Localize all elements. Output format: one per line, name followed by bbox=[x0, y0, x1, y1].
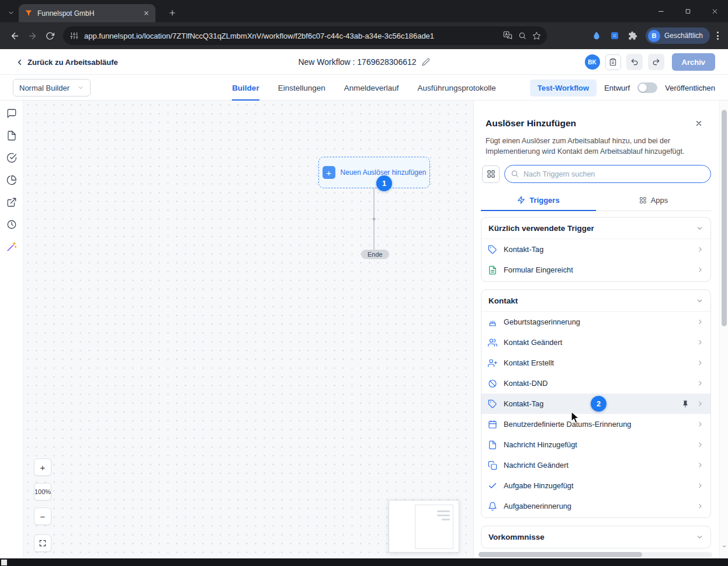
test-workflow-button[interactable]: Test-Workflow bbox=[530, 80, 597, 96]
section-header[interactable]: Vorkommnisse bbox=[481, 526, 710, 548]
trigger-item-kontakt-dnd[interactable]: Kontakt-DND bbox=[481, 373, 710, 394]
extension-drop-icon[interactable] bbox=[592, 31, 601, 40]
vertical-scrollbar[interactable] bbox=[719, 101, 728, 558]
history-icon[interactable] bbox=[6, 219, 18, 230]
pin-icon[interactable] bbox=[681, 400, 689, 408]
trigger-item-geburtstagserinnerung[interactable]: Geburtstagserinnerung bbox=[481, 312, 710, 332]
tab-anmeldeverlauf[interactable]: Anmeldeverlauf bbox=[344, 75, 399, 101]
window-close-icon[interactable] bbox=[701, 0, 728, 22]
archive-button[interactable]: Archiv bbox=[672, 53, 715, 71]
apps-grid-icon bbox=[639, 196, 647, 204]
browser-back-icon[interactable] bbox=[6, 27, 23, 44]
browser-toolbar: app.funnelspot.io/location/7ZTlfNccQ31qZ… bbox=[0, 22, 728, 49]
trigger-item-kontakt-geaendert[interactable]: Kontakt Geändert bbox=[481, 332, 710, 353]
url-text[interactable]: app.funnelspot.io/location/7ZTlfNccQ31qZ… bbox=[84, 32, 497, 40]
check-circle-icon[interactable] bbox=[6, 152, 18, 164]
section-title: Kürzlich verwendete Trigger bbox=[488, 224, 594, 233]
browser-profile-chip[interactable]: B Geschäftlich bbox=[646, 27, 710, 44]
stats-pie-icon[interactable] bbox=[6, 174, 18, 186]
user-avatar[interactable]: BK bbox=[585, 54, 600, 70]
translate-icon[interactable] bbox=[503, 31, 512, 40]
extension-doc-icon[interactable] bbox=[610, 31, 619, 40]
external-link-icon[interactable] bbox=[6, 196, 18, 208]
message-changed-icon bbox=[488, 461, 497, 470]
mouse-cursor bbox=[571, 411, 582, 424]
trigger-item-kontakt-tag-highlighted[interactable]: Kontakt-Tag 2 bbox=[481, 394, 710, 414]
panel-close-icon[interactable] bbox=[695, 119, 703, 127]
extensions-puzzle-icon[interactable] bbox=[628, 31, 637, 40]
trigger-item-aufgabe-hinzugefuegt[interactable]: Aufgabe Hinzugefügt bbox=[481, 475, 710, 496]
add-trigger-node[interactable]: + Neuen Auslöser hinzufügen bbox=[318, 157, 430, 188]
main-area: + Neuen Auslöser hinzufügen 1 + Ende + 1… bbox=[0, 101, 728, 558]
task-reminder-icon bbox=[488, 502, 497, 511]
zoom-in-button[interactable]: + bbox=[34, 458, 51, 476]
redo-button[interactable] bbox=[648, 54, 664, 70]
trigger-item-kontakt-tag[interactable]: Kontakt-Tag bbox=[481, 239, 710, 260]
left-icon-rail bbox=[0, 101, 23, 558]
tab-einstellungen[interactable]: Einstellungen bbox=[278, 75, 325, 101]
site-settings-icon[interactable] bbox=[70, 32, 78, 40]
browser-tab[interactable]: Funnelspot GmbH bbox=[19, 4, 155, 22]
new-tab-button[interactable] bbox=[165, 5, 180, 20]
trigger-item-nachricht-geaendert[interactable]: Nachricht Geändert bbox=[481, 455, 710, 475]
trigger-item-nachricht-hinzugefuegt[interactable]: Nachricht Hinzugefügt bbox=[481, 434, 710, 455]
chevron-down-icon bbox=[696, 225, 703, 232]
scrollbar-thumb[interactable] bbox=[479, 552, 642, 557]
edit-title-icon[interactable] bbox=[422, 58, 430, 66]
connector-add-icon[interactable]: + bbox=[369, 214, 379, 223]
app-header: Zurück zu Arbeitsabläufe New Workflow : … bbox=[0, 49, 728, 75]
trigger-item-label: Kontakt Geändert bbox=[504, 338, 690, 347]
minimap-page bbox=[415, 505, 453, 549]
toggle-knob bbox=[639, 84, 647, 92]
search-icon bbox=[511, 170, 519, 178]
fullscreen-button[interactable] bbox=[34, 534, 51, 552]
contact-created-icon bbox=[488, 358, 497, 368]
zoom-out-button[interactable]: − bbox=[34, 508, 51, 525]
zoom-level: 100% bbox=[34, 483, 51, 501]
tab-ausfuehrungsprotokolle[interactable]: Ausführungsprotokolle bbox=[418, 75, 496, 101]
undo-button[interactable] bbox=[626, 54, 643, 70]
trigger-search-input[interactable] bbox=[504, 165, 711, 183]
ai-wand-icon[interactable] bbox=[6, 241, 18, 253]
trigger-item-datums-erinnerung[interactable]: Benutzerdefinierte Datums-Erinnerung bbox=[481, 414, 710, 434]
chevron-right-icon bbox=[696, 379, 704, 387]
panel-description: Fügt einen Auslöser zum Arbeitsablauf hi… bbox=[486, 136, 708, 157]
tab-search-button[interactable] bbox=[5, 7, 18, 18]
file-icon[interactable] bbox=[6, 130, 18, 142]
address-bar[interactable]: app.funnelspot.io/location/7ZTlfNccQ31qZ… bbox=[63, 26, 547, 45]
section-header[interactable]: Kürzlich verwendete Trigger bbox=[481, 218, 710, 239]
tab-apps[interactable]: Apps bbox=[596, 190, 711, 211]
trigger-item-label: Kontakt-Tag bbox=[504, 399, 675, 408]
sub-header: Normal Builder Builder Einstellungen Anm… bbox=[0, 75, 728, 101]
scrollbar-thumb[interactable] bbox=[722, 110, 727, 326]
trigger-item-label: Aufgabe Hinzugefügt bbox=[504, 481, 690, 490]
notes-button[interactable] bbox=[605, 54, 621, 70]
publish-toggle[interactable] bbox=[637, 82, 657, 93]
bookmark-star-icon[interactable] bbox=[532, 32, 541, 40]
category-grid-button[interactable] bbox=[482, 165, 500, 183]
tab-builder[interactable]: Builder bbox=[232, 75, 259, 101]
tag-icon bbox=[488, 245, 497, 254]
window-maximize-icon[interactable] bbox=[674, 0, 701, 22]
workflow-title: New Workflow : 1769628306612 bbox=[298, 57, 416, 67]
chevron-right-icon bbox=[696, 441, 704, 448]
profile-name: Geschäftlich bbox=[664, 32, 703, 40]
zoom-search-icon[interactable] bbox=[518, 32, 526, 40]
canvas-minimap[interactable] bbox=[389, 500, 459, 553]
section-vorkommnisse: Vorkommnisse bbox=[481, 526, 711, 548]
browser-forward-icon[interactable] bbox=[23, 27, 41, 44]
contact-changed-icon bbox=[488, 338, 497, 347]
browser-reload-icon[interactable] bbox=[41, 27, 58, 44]
trigger-item-kontakt-erstellt[interactable]: Kontakt Erstellt bbox=[481, 353, 710, 373]
panel-tabs: Triggers Apps bbox=[481, 190, 711, 211]
trigger-item-aufgabenerinnerung[interactable]: Aufgabenerinnerung bbox=[481, 496, 710, 516]
tab-close-icon[interactable] bbox=[141, 9, 151, 18]
chat-icon[interactable] bbox=[6, 108, 18, 119]
window-minimize-icon[interactable] bbox=[647, 0, 674, 22]
trigger-item-formular-eingereicht[interactable]: Formular Eingereicht bbox=[481, 260, 710, 280]
workflow-canvas[interactable]: + Neuen Auslöser hinzufügen 1 + Ende + 1… bbox=[23, 101, 473, 558]
tab-triggers[interactable]: Triggers bbox=[481, 190, 596, 211]
horizontal-scrollbar[interactable] bbox=[479, 552, 712, 557]
browser-menu-icon[interactable] bbox=[717, 32, 719, 40]
section-header[interactable]: Kontakt bbox=[481, 290, 710, 312]
